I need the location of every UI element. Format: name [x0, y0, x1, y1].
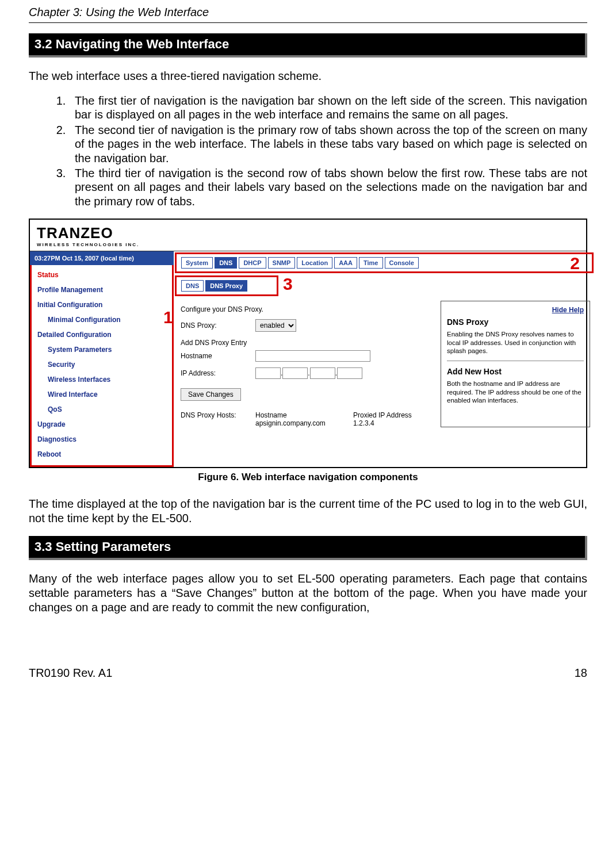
cell-ip: 1.2.3.4: [353, 419, 434, 427]
primary-tabs: System DNS DHCP SNMP Location AAA Time C…: [175, 252, 594, 273]
tab-console[interactable]: Console: [385, 257, 419, 269]
sidebar-item-profile[interactable]: Profile Management: [32, 282, 172, 297]
help-panel: Hide Help DNS Proxy Enabling the DNS Pro…: [441, 301, 590, 427]
logo-text: TRANZEO: [37, 224, 579, 242]
sidebar: 03:27PM Oct 15, 2007 (local time) Status…: [30, 251, 174, 467]
tab-snmp[interactable]: SNMP: [268, 257, 296, 269]
ip-address-label: IP Address:: [181, 369, 255, 377]
tab-dns[interactable]: DNS: [215, 257, 237, 269]
add-entry-heading: Add DNS Proxy Entry: [181, 339, 434, 347]
annotation-2: 2: [570, 254, 580, 273]
subtab-dns-proxy[interactable]: DNS Proxy: [205, 280, 247, 292]
sidebar-item-minimal-config[interactable]: Minimal Configuration: [32, 312, 172, 327]
help-divider: [447, 361, 584, 361]
sidebar-item-status[interactable]: Status: [32, 267, 172, 282]
intro-text: The web interface uses a three-tiered na…: [29, 69, 587, 83]
dns-proxy-select[interactable]: enabled: [255, 319, 296, 332]
ip-octet-4[interactable]: [337, 367, 362, 379]
sidebar-item-diagnostics[interactable]: Diagnostics: [32, 432, 172, 447]
help-title-dns-proxy: DNS Proxy: [447, 317, 584, 327]
list-item: The second tier of navigation is the pri…: [69, 123, 587, 165]
list-item: The third tier of navigation is the seco…: [69, 166, 587, 208]
chapter-title: Chapter 3: Using the Web Interface: [29, 6, 587, 22]
tab-location[interactable]: Location: [297, 257, 332, 269]
ip-octet-3[interactable]: [310, 367, 335, 379]
sidebar-item-wired-interface[interactable]: Wired Interface: [32, 387, 172, 402]
logo-area: TRANZEO WIRELESS TECHNOLOGIES INC.: [30, 220, 586, 251]
ip-octet-2[interactable]: [282, 367, 308, 379]
hostname-input[interactable]: [255, 350, 370, 362]
help-title-add-host: Add New Host: [447, 367, 584, 376]
sidebar-item-reboot[interactable]: Reboot: [32, 447, 172, 462]
list-item: The first tier of navigation is the navi…: [69, 94, 587, 122]
logo-subtext: WIRELESS TECHNOLOGIES INC.: [37, 242, 579, 247]
figure-caption: Figure 6. Web interface navigation compo…: [29, 472, 587, 483]
rule: [29, 22, 587, 23]
footer-page-num: 18: [575, 667, 587, 680]
cell-hostname: apsignin.company.com: [255, 419, 353, 427]
footer-doc-id: TR0190 Rev. A1: [29, 667, 112, 680]
sidebar-item-upgrade[interactable]: Upgrade: [32, 417, 172, 432]
sidebar-item-initial-config[interactable]: Initial Configuration: [32, 297, 172, 312]
ip-octet-1[interactable]: [255, 367, 281, 379]
secondary-tabs: DNS DNS Proxy: [175, 275, 278, 296]
col-proxied-ip: Proxied IP Address: [353, 411, 434, 419]
annotation-3: 3: [283, 274, 293, 294]
after-figure-text: The time displayed at the top of the nav…: [29, 497, 587, 526]
tab-system[interactable]: System: [181, 257, 213, 269]
section-heading-3-3: 3.3 Setting Parameters: [29, 536, 587, 560]
figure-6-screenshot: TRANZEO WIRELESS TECHNOLOGIES INC. 1 03:…: [29, 219, 587, 468]
section-3-3-body: Many of the web interface pages allow yo…: [29, 572, 587, 615]
annotation-1: 1: [163, 308, 173, 327]
section-heading-3-2: 3.2 Navigating the Web Interface: [29, 33, 587, 58]
subtab-dns[interactable]: DNS: [181, 280, 204, 292]
sidebar-item-wireless-interfaces[interactable]: Wireless Interfaces: [32, 372, 172, 387]
navigation-tier-list: The first tier of navigation is the navi…: [69, 94, 587, 208]
sidebar-item-qos[interactable]: QoS: [32, 402, 172, 417]
dns-proxy-hosts-table: DNS Proxy Hosts: Hostname Proxied IP Add…: [181, 411, 434, 427]
sidebar-item-detailed-config[interactable]: Detailed Configuration: [32, 327, 172, 342]
col-hostname: Hostname: [255, 411, 353, 419]
hostname-label: Hostname: [181, 352, 255, 360]
help-body-add-host: Both the hostname and IP address are req…: [447, 380, 584, 404]
left-nav: Status Profile Management Initial Config…: [30, 265, 174, 467]
page-description: Configure your DNS Proxy.: [181, 305, 434, 313]
sidebar-item-security[interactable]: Security: [32, 357, 172, 372]
hosts-heading: DNS Proxy Hosts:: [181, 411, 255, 419]
sidebar-item-system-parameters[interactable]: System Parameters: [32, 342, 172, 357]
tab-time[interactable]: Time: [359, 257, 382, 269]
save-changes-button[interactable]: Save Changes: [181, 388, 241, 401]
hide-help-link[interactable]: Hide Help: [447, 306, 584, 314]
page-footer: TR0190 Rev. A1 18: [29, 667, 587, 680]
tab-dhcp[interactable]: DHCP: [239, 257, 266, 269]
local-time-display: 03:27PM Oct 15, 2007 (local time): [30, 251, 174, 265]
dns-proxy-label: DNS Proxy:: [181, 321, 255, 330]
tab-aaa[interactable]: AAA: [334, 257, 357, 269]
main-content: 2 3 System DNS DHCP SNMP Location AAA Ti…: [174, 251, 597, 467]
help-body-dns-proxy: Enabling the DNS Proxy resolves names to…: [447, 330, 584, 355]
